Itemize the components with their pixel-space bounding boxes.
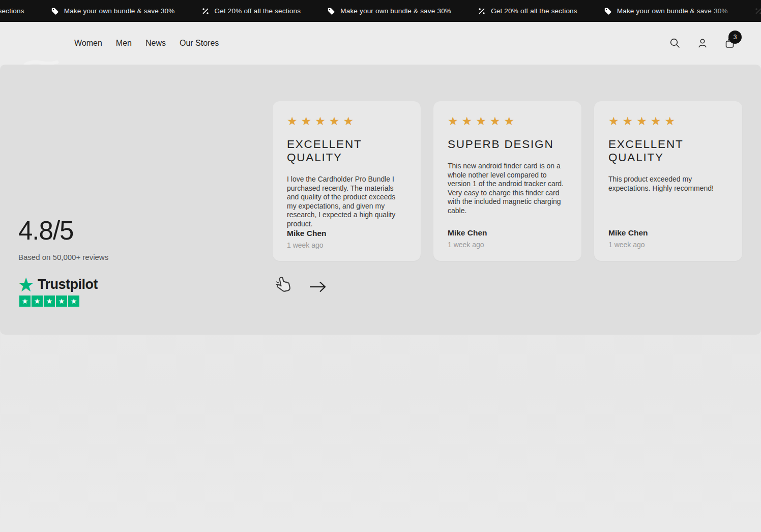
rating-stars: ★★★★★	[287, 114, 406, 128]
promo-item: Get 20% off all the sections	[201, 7, 301, 15]
promo-item: Get 20% off all the sections	[754, 7, 761, 15]
review-author: Mike Chen	[287, 229, 406, 238]
nav-item-men[interactable]: Men	[116, 39, 132, 48]
tag-icon	[327, 7, 335, 15]
promo-label: Make your own bundle & save 30%	[617, 7, 728, 15]
review-card: ★★★★★ EXCELLENT QUALITY This product exc…	[594, 101, 742, 261]
review-time: 1 week ago	[287, 241, 406, 249]
header-icons: 3	[668, 22, 737, 65]
announcement-track: Get 20% off all the sections Make your o…	[0, 0, 761, 22]
nav-item-women[interactable]: Women	[74, 39, 102, 48]
review-body: This new android finder card is on a who…	[448, 162, 567, 216]
review-title: EXCELLENT QUALITY	[287, 138, 406, 164]
cart-icon[interactable]: 3	[723, 37, 737, 50]
trustpilot-star-icon: ★	[17, 277, 35, 292]
promo-label: Get 20% off all the sections	[215, 7, 301, 15]
promo-label: Get 20% off all the sections	[491, 7, 577, 15]
overall-score: 4.8/5	[18, 216, 73, 246]
review-author: Mike Chen	[448, 228, 567, 238]
rating-stars: ★★★★★	[608, 114, 728, 128]
tag-icon	[604, 7, 612, 15]
site-header: Women Men News Our Stores 3	[0, 22, 761, 65]
nav-item-our-stores[interactable]: Our Stores	[180, 39, 219, 48]
account-icon[interactable]	[696, 37, 709, 50]
star-icon: ★	[56, 295, 67, 307]
promo-item: Get 20% off all the sections	[0, 7, 24, 15]
rating-stars: ★★★★★	[448, 114, 567, 128]
review-title: SUPERB DESIGN	[448, 138, 567, 151]
review-body: This product exceeded my expectations. H…	[608, 175, 728, 193]
promo-item: Make your own bundle & save 30%	[327, 7, 451, 15]
review-body: I love the Cardholder Pro Bundle I purch…	[287, 175, 406, 229]
search-icon[interactable]	[668, 37, 682, 50]
cart-count-badge: 3	[728, 31, 742, 44]
review-title: EXCELLENT QUALITY	[608, 138, 728, 164]
tag-icon	[51, 7, 59, 15]
promo-item: Make your own bundle & save 30%	[51, 7, 175, 15]
trustpilot-rating-stars: ★ ★ ★ ★ ★	[19, 295, 79, 307]
promo-item: Make your own bundle & save 30%	[604, 7, 728, 15]
review-card: ★★★★★ SUPERB DESIGN This new android fin…	[433, 101, 581, 261]
star-icon: ★	[32, 295, 43, 307]
star-icon: ★	[68, 295, 79, 307]
percent-icon	[754, 7, 761, 15]
announcement-bar: Get 20% off all the sections Make your o…	[0, 0, 761, 22]
carousel-next-button[interactable]	[308, 279, 328, 295]
review-author: Mike Chen	[608, 228, 728, 238]
review-count-text: Based on 50,000+ reviews	[18, 253, 108, 261]
review-card: ★★★★★ EXCELLENT QUALITY I love the Cardh…	[273, 101, 421, 261]
percent-icon	[478, 7, 486, 15]
nav-item-news[interactable]: News	[145, 39, 166, 48]
star-icon: ★	[19, 295, 31, 307]
trustpilot-logo[interactable]: ★ Trustpilot	[17, 277, 98, 292]
review-time: 1 week ago	[448, 241, 567, 249]
promo-label: Make your own bundle & save 30%	[64, 7, 175, 15]
promo-label: Get 20% off all the sections	[0, 7, 24, 15]
page: Get 20% off all the sections Make your o…	[0, 0, 761, 532]
review-time: 1 week ago	[608, 241, 728, 249]
percent-icon	[201, 7, 210, 15]
star-icon: ★	[44, 295, 55, 307]
main-nav: Women Men News Our Stores	[74, 22, 219, 65]
promo-label: Make your own bundle & save 30%	[340, 7, 451, 15]
promo-item: Get 20% off all the sections	[478, 7, 577, 15]
trustpilot-wordmark: Trustpilot	[38, 277, 98, 292]
